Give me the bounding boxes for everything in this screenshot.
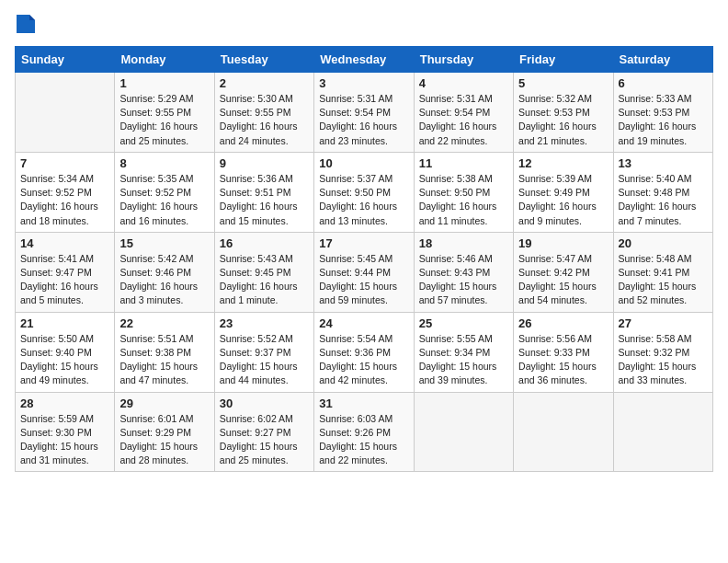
day-info: Sunrise: 5:35 AM Sunset: 9:52 PM Dayligh…	[119, 172, 209, 228]
day-info: Sunrise: 5:54 AM Sunset: 9:36 PM Dayligh…	[319, 332, 408, 388]
day-number: 31	[319, 396, 408, 410]
day-info: Sunrise: 6:02 AM Sunset: 9:27 PM Dayligh…	[220, 412, 309, 468]
calendar-cell: 8Sunrise: 5:35 AM Sunset: 9:52 PM Daylig…	[115, 152, 214, 232]
calendar-table: SundayMondayTuesdayWednesdayThursdayFrid…	[15, 46, 713, 472]
day-info: Sunrise: 5:56 AM Sunset: 9:33 PM Dayligh…	[518, 332, 608, 388]
calendar-cell: 20Sunrise: 5:48 AM Sunset: 9:41 PM Dayli…	[613, 232, 712, 312]
day-number: 25	[419, 316, 508, 330]
calendar-cell: 15Sunrise: 5:42 AM Sunset: 9:46 PM Dayli…	[115, 232, 214, 312]
day-number: 27	[619, 316, 708, 330]
col-header-thursday: Thursday	[414, 47, 513, 73]
calendar-cell: 29Sunrise: 6:01 AM Sunset: 9:29 PM Dayli…	[115, 392, 214, 472]
day-info: Sunrise: 5:46 AM Sunset: 9:43 PM Dayligh…	[419, 252, 508, 308]
calendar-cell: 31Sunrise: 6:03 AM Sunset: 9:26 PM Dayli…	[314, 392, 414, 472]
day-number: 2	[220, 76, 309, 90]
day-info: Sunrise: 5:32 AM Sunset: 9:53 PM Dayligh…	[518, 92, 608, 148]
day-info: Sunrise: 5:38 AM Sunset: 9:50 PM Dayligh…	[419, 172, 508, 228]
calendar-cell: 25Sunrise: 5:55 AM Sunset: 9:34 PM Dayli…	[414, 312, 513, 392]
day-number: 4	[419, 76, 508, 90]
day-number: 13	[619, 156, 708, 170]
day-number: 7	[20, 156, 109, 170]
day-info: Sunrise: 5:41 AM Sunset: 9:47 PM Dayligh…	[20, 252, 109, 308]
day-number: 11	[419, 156, 508, 170]
week-row-5: 28Sunrise: 5:59 AM Sunset: 9:30 PM Dayli…	[16, 392, 713, 472]
day-info: Sunrise: 5:30 AM Sunset: 9:55 PM Dayligh…	[220, 92, 309, 148]
day-info: Sunrise: 5:42 AM Sunset: 9:46 PM Dayligh…	[119, 252, 209, 308]
day-number: 23	[220, 316, 309, 330]
calendar-cell: 23Sunrise: 5:52 AM Sunset: 9:37 PM Dayli…	[214, 312, 313, 392]
day-number: 24	[319, 316, 408, 330]
calendar-cell: 3Sunrise: 5:31 AM Sunset: 9:54 PM Daylig…	[314, 73, 414, 153]
col-header-sunday: Sunday	[16, 47, 115, 73]
calendar-cell: 21Sunrise: 5:50 AM Sunset: 9:40 PM Dayli…	[16, 312, 115, 392]
calendar-cell: 27Sunrise: 5:58 AM Sunset: 9:32 PM Dayli…	[613, 312, 712, 392]
day-number: 15	[119, 236, 209, 250]
calendar-cell: 22Sunrise: 5:51 AM Sunset: 9:38 PM Dayli…	[115, 312, 214, 392]
calendar-cell: 17Sunrise: 5:45 AM Sunset: 9:44 PM Dayli…	[314, 232, 414, 312]
day-info: Sunrise: 6:03 AM Sunset: 9:26 PM Dayligh…	[319, 412, 408, 468]
day-number: 14	[20, 236, 109, 250]
calendar-cell	[414, 392, 513, 472]
day-number: 10	[319, 156, 408, 170]
calendar-cell: 4Sunrise: 5:31 AM Sunset: 9:54 PM Daylig…	[414, 73, 513, 153]
day-number: 30	[220, 396, 309, 410]
calendar-cell: 11Sunrise: 5:38 AM Sunset: 9:50 PM Dayli…	[414, 152, 513, 232]
calendar-cell: 26Sunrise: 5:56 AM Sunset: 9:33 PM Dayli…	[514, 312, 613, 392]
logo-icon	[17, 15, 35, 33]
calendar-cell: 10Sunrise: 5:37 AM Sunset: 9:50 PM Dayli…	[314, 152, 414, 232]
calendar-cell: 7Sunrise: 5:34 AM Sunset: 9:52 PM Daylig…	[16, 152, 115, 232]
day-info: Sunrise: 6:01 AM Sunset: 9:29 PM Dayligh…	[119, 412, 209, 468]
col-header-friday: Friday	[514, 47, 613, 73]
day-number: 26	[518, 316, 608, 330]
calendar-cell: 16Sunrise: 5:43 AM Sunset: 9:45 PM Dayli…	[214, 232, 313, 312]
day-number: 28	[20, 396, 109, 410]
day-number: 1	[119, 76, 209, 90]
calendar-cell: 18Sunrise: 5:46 AM Sunset: 9:43 PM Dayli…	[414, 232, 513, 312]
calendar-cell: 14Sunrise: 5:41 AM Sunset: 9:47 PM Dayli…	[16, 232, 115, 312]
day-info: Sunrise: 5:37 AM Sunset: 9:50 PM Dayligh…	[319, 172, 408, 228]
day-number: 18	[419, 236, 508, 250]
day-number: 19	[518, 236, 608, 250]
day-number: 22	[119, 316, 209, 330]
calendar-cell: 1Sunrise: 5:29 AM Sunset: 9:55 PM Daylig…	[115, 73, 214, 153]
day-info: Sunrise: 5:48 AM Sunset: 9:41 PM Dayligh…	[619, 252, 708, 308]
week-row-1: 1Sunrise: 5:29 AM Sunset: 9:55 PM Daylig…	[16, 73, 713, 153]
calendar-cell: 12Sunrise: 5:39 AM Sunset: 9:49 PM Dayli…	[514, 152, 613, 232]
day-info: Sunrise: 5:36 AM Sunset: 9:51 PM Dayligh…	[220, 172, 309, 228]
calendar-cell	[514, 392, 613, 472]
day-info: Sunrise: 5:52 AM Sunset: 9:37 PM Dayligh…	[220, 332, 309, 388]
calendar-cell	[613, 392, 712, 472]
day-info: Sunrise: 5:45 AM Sunset: 9:44 PM Dayligh…	[319, 252, 408, 308]
day-info: Sunrise: 5:47 AM Sunset: 9:42 PM Dayligh…	[518, 252, 608, 308]
day-info: Sunrise: 5:31 AM Sunset: 9:54 PM Dayligh…	[319, 92, 408, 148]
calendar-cell: 30Sunrise: 6:02 AM Sunset: 9:27 PM Dayli…	[214, 392, 313, 472]
day-number: 20	[619, 236, 708, 250]
page-header	[15, 15, 713, 35]
day-number: 16	[220, 236, 309, 250]
calendar-header-row: SundayMondayTuesdayWednesdayThursdayFrid…	[16, 47, 713, 73]
col-header-tuesday: Tuesday	[214, 47, 313, 73]
svg-marker-1	[29, 15, 35, 20]
day-number: 6	[619, 76, 708, 90]
day-number: 9	[220, 156, 309, 170]
day-info: Sunrise: 5:31 AM Sunset: 9:54 PM Dayligh…	[419, 92, 508, 148]
day-number: 3	[319, 76, 408, 90]
day-info: Sunrise: 5:29 AM Sunset: 9:55 PM Dayligh…	[119, 92, 209, 148]
day-info: Sunrise: 5:39 AM Sunset: 9:49 PM Dayligh…	[518, 172, 608, 228]
week-row-2: 7Sunrise: 5:34 AM Sunset: 9:52 PM Daylig…	[16, 152, 713, 232]
calendar-cell: 19Sunrise: 5:47 AM Sunset: 9:42 PM Dayli…	[514, 232, 613, 312]
calendar-cell: 28Sunrise: 5:59 AM Sunset: 9:30 PM Dayli…	[16, 392, 115, 472]
day-info: Sunrise: 5:40 AM Sunset: 9:48 PM Dayligh…	[619, 172, 708, 228]
day-number: 21	[20, 316, 109, 330]
week-row-4: 21Sunrise: 5:50 AM Sunset: 9:40 PM Dayli…	[16, 312, 713, 392]
calendar-cell: 5Sunrise: 5:32 AM Sunset: 9:53 PM Daylig…	[514, 73, 613, 153]
day-info: Sunrise: 5:50 AM Sunset: 9:40 PM Dayligh…	[20, 332, 109, 388]
day-number: 29	[119, 396, 209, 410]
day-info: Sunrise: 5:58 AM Sunset: 9:32 PM Dayligh…	[619, 332, 708, 388]
day-info: Sunrise: 5:55 AM Sunset: 9:34 PM Dayligh…	[419, 332, 508, 388]
day-info: Sunrise: 5:33 AM Sunset: 9:53 PM Dayligh…	[619, 92, 708, 148]
day-number: 5	[518, 76, 608, 90]
day-number: 12	[518, 156, 608, 170]
col-header-monday: Monday	[115, 47, 214, 73]
calendar-cell: 13Sunrise: 5:40 AM Sunset: 9:48 PM Dayli…	[613, 152, 712, 232]
